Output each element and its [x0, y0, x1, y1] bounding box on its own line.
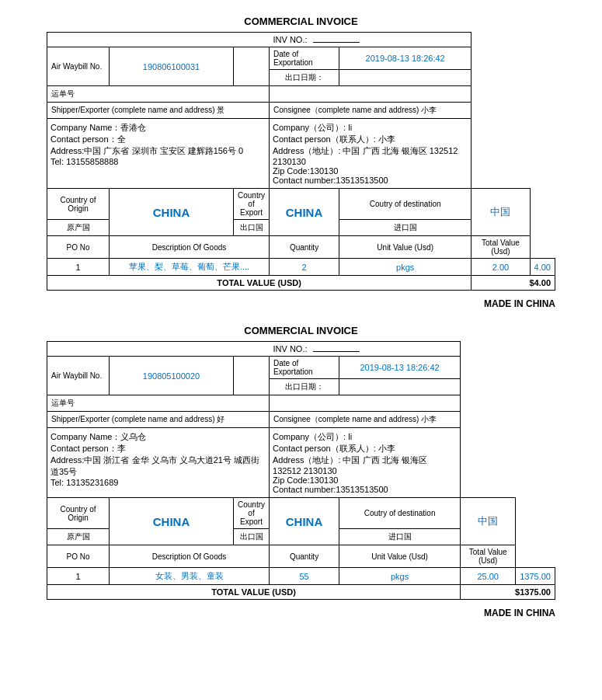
consignee-zip-2: Zip Code:130130	[273, 475, 457, 485]
row2-unit-val: 25.00	[461, 568, 516, 585]
airwaybill-chinese-row-2b: 运单号	[47, 395, 555, 412]
consignee-contact-2: Contact person（联系人）: 小李	[273, 443, 457, 454]
date-label-2: Date of Exportation	[270, 357, 339, 379]
date-value: 2019-08-13 18:26:42	[339, 47, 472, 70]
country-dest-value: 中国	[472, 189, 530, 236]
shipper-contact-2: Contact person：李	[50, 443, 266, 454]
country-origin-label: Country of Origin	[47, 189, 110, 220]
empty-date-row	[270, 86, 472, 103]
col-header-row: PO No Description Of Goods Quantity Unit…	[47, 236, 555, 259]
inv-no-label-2: INV NO.:	[270, 342, 461, 357]
data-row-2: 1 女装、男装、童装 55 pkgs 25.00 1375.00	[47, 568, 555, 585]
qty-header: Quantity	[270, 236, 339, 259]
country-origin-chinese-2: 原产国	[47, 529, 110, 545]
invoice-1-title: COMMERCIAL INVOICE	[47, 16, 555, 27]
total-val-header-2: Total Value (Usd)	[461, 545, 516, 568]
row2-qty: 55	[270, 568, 339, 585]
row2-desc: 女装、男装、童装	[110, 568, 270, 585]
total-label-1: TOTAL VALUE (USD)	[47, 276, 472, 291]
consignee-details-2: Company（公司）: li Contact person（联系人）: 小李 …	[270, 428, 461, 498]
po-header-2: PO No	[47, 545, 110, 568]
consignee-contact: Contact person（联系人）: 小李	[273, 134, 468, 145]
shipper-details-2: Company Name：义乌仓 Contact person：李 Addres…	[47, 428, 270, 498]
airwaybill-chinese-2: 运单号	[47, 395, 270, 412]
empty-mid-2	[234, 357, 270, 395]
shipper-label-2: Shipper/Exporter (complete name and addr…	[47, 412, 270, 428]
inv-no-row-2: INV NO.:	[47, 342, 555, 357]
shipper-contact: Contact person：全	[50, 134, 266, 145]
invoice-1: COMMERCIAL INVOICE INV NO.: Air Waybill …	[47, 16, 555, 309]
page: COMMERCIAL INVOICE INV NO.: Air Waybill …	[0, 0, 602, 700]
consignee-phone: Contact number:13513513500	[273, 176, 468, 185]
country-export-value-2: CHINA	[270, 498, 339, 545]
airwaybill-label-2: Air Waybill No.	[47, 357, 110, 395]
row2-po: 1	[47, 568, 110, 585]
date-chinese-2: 出口日期：	[270, 379, 339, 395]
total-row-1: TOTAL VALUE (USD) $4.00	[47, 276, 555, 291]
shipper-label: Shipper/Exporter (complete name and addr…	[47, 103, 270, 119]
made-in-china-2: MADE IN CHINA	[47, 608, 555, 618]
date-label: Date of Exportation	[270, 47, 339, 70]
country-dest-value-2: 中国	[461, 498, 516, 545]
shipper-tel: Tel: 13155858888	[50, 157, 266, 166]
po-header: PO No	[47, 236, 110, 259]
inv-no-row: INV NO.:	[47, 33, 555, 47]
country-header-row-2: Country of Origin CHINA Country of Expor…	[47, 498, 555, 529]
row1-unit: pkgs	[339, 259, 472, 276]
unit-val-header-2: Unit Value (Usd)	[339, 545, 461, 568]
shipper-tel-2: Tel: 13135231689	[50, 478, 266, 487]
empty-date-row-2	[270, 395, 461, 412]
qty-header-2: Quantity	[270, 545, 339, 568]
total-label-2: TOTAL VALUE (USD)	[47, 585, 461, 600]
country-export-value: CHINA	[270, 189, 339, 236]
consignee-zip: Zip Code:130130	[273, 166, 468, 176]
invoice-1-table: INV NO.: Air Waybill No. 190806100031 Da…	[47, 32, 555, 291]
row1-po: 1	[47, 259, 110, 276]
date-chinese: 出口日期：	[270, 70, 339, 86]
unit-val-header: Unit Value (Usd)	[339, 236, 472, 259]
country-origin-label-2: Country of Origin	[47, 498, 110, 529]
invoice-2-title: COMMERCIAL INVOICE	[47, 325, 555, 336]
country-dest-label: Coutry of destination	[339, 189, 472, 220]
made-in-china-1: MADE IN CHINA	[47, 298, 555, 309]
country-dest-chinese: 进口国	[339, 220, 472, 236]
country-export-label-2: Country of Export	[234, 498, 270, 529]
total-val-header: Total Value (Usd)	[472, 236, 530, 259]
airwaybill-value-2: 190805100020	[110, 357, 234, 395]
shipper-address: Address:中国 广东省 深圳市 宝安区 建辉路156号 0	[50, 145, 266, 157]
country-origin-chinese: 原产国	[47, 220, 110, 236]
consignee-label: Consignee（complete name and address) 小李	[270, 103, 472, 119]
shipper-consignee-label-row-2: Shipper/Exporter (complete name and addr…	[47, 412, 555, 428]
row1-total-val: 4.00	[530, 259, 555, 276]
desc-header-2: Description Of Goods	[110, 545, 270, 568]
shipper-details: Company Name：香港仓 Contact person：全 Addres…	[47, 119, 270, 189]
country-origin-value-2: CHINA	[110, 498, 234, 545]
airwaybill-label: Air Waybill No.	[47, 47, 110, 86]
inv-no-value	[313, 42, 360, 43]
consignee-company: Company（公司）: li	[273, 122, 468, 134]
consignee-address-2: Address（地址）: 中国 广西 北海 银海区 132512 2130130	[273, 454, 457, 475]
invoice-2-table: INV NO.: Air Waybill No. 190805100020 Da…	[47, 341, 555, 600]
col-header-row-2: PO No Description Of Goods Quantity Unit…	[47, 545, 555, 568]
country-export-chinese-2: 出口国	[234, 529, 270, 545]
airwaybill-value: 190806100031	[110, 47, 234, 86]
inv-no-label: INV NO.:	[270, 33, 472, 47]
date-value-empty-2	[339, 379, 461, 395]
row1-qty: 2	[270, 259, 339, 276]
shipper-company: Company Name：香港仓	[50, 122, 266, 134]
inv-no-empty-2	[47, 342, 270, 357]
country-header-row: Country of Origin CHINA Country of Expor…	[47, 189, 555, 220]
total-value-1: $4.00	[472, 276, 555, 291]
country-export-chinese: 出口国	[234, 220, 270, 236]
date-value-empty	[339, 70, 472, 86]
consignee-label-2: Consignee（complete name and address) 小李	[270, 412, 461, 428]
inv-no-empty	[47, 33, 270, 47]
airwaybill-row-2: Air Waybill No. 190805100020 Date of Exp…	[47, 357, 555, 379]
country-dest-chinese-2: 进口国	[339, 529, 461, 545]
row2-total-val: 1375.00	[516, 568, 555, 585]
consignee-address: Address（地址）: 中国 广西 北海 银海区 132512 2130130	[273, 145, 468, 166]
consignee-phone-2: Contact number:13513513500	[273, 485, 457, 494]
date-value-2: 2019-08-13 18:26:42	[339, 357, 461, 379]
consignee-details: Company（公司）: li Contact person（联系人）: 小李 …	[270, 119, 472, 189]
empty-mid	[234, 47, 270, 86]
